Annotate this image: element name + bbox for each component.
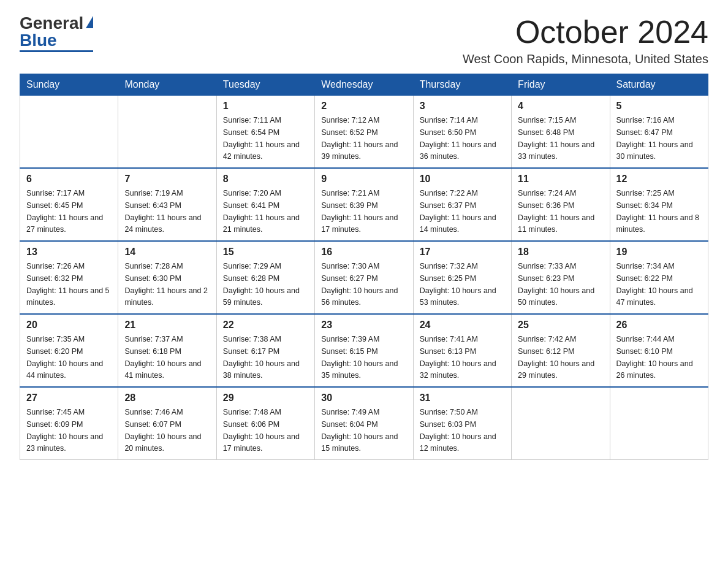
day-info: Sunrise: 7:32 AMSunset: 6:25 PMDaylight:… [420, 262, 496, 307]
day-info: Sunrise: 7:45 AMSunset: 6:09 PMDaylight:… [26, 408, 103, 453]
day-number: 1 [223, 101, 308, 112]
day-info: Sunrise: 7:37 AMSunset: 6:18 PMDaylight:… [124, 335, 201, 380]
day-number: 22 [223, 320, 308, 331]
table-row: 31 Sunrise: 7:50 AMSunset: 6:03 PMDaylig… [413, 387, 511, 460]
day-info: Sunrise: 7:44 AMSunset: 6:10 PMDaylight:… [616, 335, 693, 380]
logo-blue-text: Blue [20, 32, 57, 49]
day-number: 19 [616, 247, 702, 258]
day-info: Sunrise: 7:38 AMSunset: 6:17 PMDaylight:… [223, 335, 300, 380]
day-info: Sunrise: 7:33 AMSunset: 6:23 PMDaylight:… [518, 262, 594, 307]
table-row: 11 Sunrise: 7:24 AMSunset: 6:36 PMDaylig… [512, 168, 610, 241]
day-number: 2 [321, 101, 406, 112]
day-info: Sunrise: 7:49 AMSunset: 6:04 PMDaylight:… [321, 408, 398, 453]
col-wednesday: Wednesday [315, 74, 413, 96]
location-title: West Coon Rapids, Minnesota, United Stat… [463, 52, 708, 66]
day-number: 10 [420, 174, 505, 185]
day-number: 28 [124, 393, 210, 404]
table-row: 8 Sunrise: 7:20 AMSunset: 6:41 PMDayligh… [216, 168, 314, 241]
table-row: 29 Sunrise: 7:48 AMSunset: 6:06 PMDaylig… [216, 387, 314, 460]
logo-underline [20, 50, 93, 52]
table-row: 25 Sunrise: 7:42 AMSunset: 6:12 PMDaylig… [512, 314, 610, 387]
day-number: 9 [321, 174, 406, 185]
table-row: 19 Sunrise: 7:34 AMSunset: 6:22 PMDaylig… [610, 241, 708, 314]
day-info: Sunrise: 7:39 AMSunset: 6:15 PMDaylight:… [321, 335, 398, 380]
day-number: 4 [518, 101, 603, 112]
col-sunday: Sunday [20, 74, 118, 96]
day-info: Sunrise: 7:41 AMSunset: 6:13 PMDaylight:… [420, 335, 496, 380]
day-info: Sunrise: 7:17 AMSunset: 6:45 PMDaylight:… [26, 189, 103, 234]
day-info: Sunrise: 7:34 AMSunset: 6:22 PMDaylight:… [616, 262, 693, 307]
day-info: Sunrise: 7:24 AMSunset: 6:36 PMDaylight:… [518, 189, 594, 234]
day-number: 29 [223, 393, 308, 404]
col-monday: Monday [118, 74, 216, 96]
day-number: 20 [26, 320, 112, 331]
table-row [512, 387, 610, 460]
day-info: Sunrise: 7:29 AMSunset: 6:28 PMDaylight:… [223, 262, 300, 307]
logo-general-text: General [20, 15, 83, 32]
table-row: 16 Sunrise: 7:30 AMSunset: 6:27 PMDaylig… [315, 241, 413, 314]
day-number: 7 [124, 174, 210, 185]
calendar-row: 27 Sunrise: 7:45 AMSunset: 6:09 PMDaylig… [20, 387, 708, 460]
col-saturday: Saturday [610, 74, 708, 96]
table-row: 6 Sunrise: 7:17 AMSunset: 6:45 PMDayligh… [20, 168, 118, 241]
day-number: 27 [26, 393, 112, 404]
table-row: 17 Sunrise: 7:32 AMSunset: 6:25 PMDaylig… [413, 241, 511, 314]
day-number: 26 [616, 320, 702, 331]
day-info: Sunrise: 7:25 AMSunset: 6:34 PMDaylight:… [616, 189, 700, 234]
day-info: Sunrise: 7:16 AMSunset: 6:47 PMDaylight:… [616, 116, 693, 161]
table-row: 2 Sunrise: 7:12 AMSunset: 6:52 PMDayligh… [315, 96, 413, 169]
day-number: 17 [420, 247, 505, 258]
table-row: 4 Sunrise: 7:15 AMSunset: 6:48 PMDayligh… [512, 96, 610, 169]
table-row: 27 Sunrise: 7:45 AMSunset: 6:09 PMDaylig… [20, 387, 118, 460]
day-info: Sunrise: 7:42 AMSunset: 6:12 PMDaylight:… [518, 335, 594, 380]
table-row: 1 Sunrise: 7:11 AMSunset: 6:54 PMDayligh… [216, 96, 314, 169]
col-friday: Friday [512, 74, 610, 96]
day-number: 6 [26, 174, 112, 185]
table-row [118, 96, 216, 169]
day-number: 13 [26, 247, 112, 258]
month-title: October 2024 [463, 15, 708, 50]
table-row: 3 Sunrise: 7:14 AMSunset: 6:50 PMDayligh… [413, 96, 511, 169]
page-header: General Blue October 2024 West Coon Rapi… [20, 15, 708, 66]
day-number: 8 [223, 174, 308, 185]
day-number: 5 [616, 101, 702, 112]
day-info: Sunrise: 7:20 AMSunset: 6:41 PMDaylight:… [223, 189, 300, 234]
day-info: Sunrise: 7:46 AMSunset: 6:07 PMDaylight:… [124, 408, 201, 453]
day-info: Sunrise: 7:26 AMSunset: 6:32 PMDaylight:… [26, 262, 110, 307]
day-info: Sunrise: 7:30 AMSunset: 6:27 PMDaylight:… [321, 262, 398, 307]
logo-triangle-icon [86, 16, 93, 28]
logo: General Blue [20, 15, 93, 52]
day-number: 15 [223, 247, 308, 258]
table-row: 30 Sunrise: 7:49 AMSunset: 6:04 PMDaylig… [315, 387, 413, 460]
calendar-row: 1 Sunrise: 7:11 AMSunset: 6:54 PMDayligh… [20, 96, 708, 169]
table-row: 5 Sunrise: 7:16 AMSunset: 6:47 PMDayligh… [610, 96, 708, 169]
table-row: 21 Sunrise: 7:37 AMSunset: 6:18 PMDaylig… [118, 314, 216, 387]
day-number: 16 [321, 247, 406, 258]
day-number: 12 [616, 174, 702, 185]
day-info: Sunrise: 7:50 AMSunset: 6:03 PMDaylight:… [420, 408, 496, 453]
day-number: 14 [124, 247, 210, 258]
table-row: 22 Sunrise: 7:38 AMSunset: 6:17 PMDaylig… [216, 314, 314, 387]
table-row [20, 96, 118, 169]
day-info: Sunrise: 7:28 AMSunset: 6:30 PMDaylight:… [124, 262, 208, 307]
day-info: Sunrise: 7:15 AMSunset: 6:48 PMDaylight:… [518, 116, 594, 161]
table-row [610, 387, 708, 460]
table-row: 28 Sunrise: 7:46 AMSunset: 6:07 PMDaylig… [118, 387, 216, 460]
table-row: 10 Sunrise: 7:22 AMSunset: 6:37 PMDaylig… [413, 168, 511, 241]
table-row: 7 Sunrise: 7:19 AMSunset: 6:43 PMDayligh… [118, 168, 216, 241]
day-info: Sunrise: 7:21 AMSunset: 6:39 PMDaylight:… [321, 189, 398, 234]
day-number: 23 [321, 320, 406, 331]
day-number: 31 [420, 393, 505, 404]
title-area: October 2024 West Coon Rapids, Minnesota… [463, 15, 708, 66]
table-row: 9 Sunrise: 7:21 AMSunset: 6:39 PMDayligh… [315, 168, 413, 241]
table-row: 24 Sunrise: 7:41 AMSunset: 6:13 PMDaylig… [413, 314, 511, 387]
day-number: 11 [518, 174, 603, 185]
calendar-row: 13 Sunrise: 7:26 AMSunset: 6:32 PMDaylig… [20, 241, 708, 314]
table-row: 13 Sunrise: 7:26 AMSunset: 6:32 PMDaylig… [20, 241, 118, 314]
table-row: 20 Sunrise: 7:35 AMSunset: 6:20 PMDaylig… [20, 314, 118, 387]
day-info: Sunrise: 7:48 AMSunset: 6:06 PMDaylight:… [223, 408, 300, 453]
calendar-row: 20 Sunrise: 7:35 AMSunset: 6:20 PMDaylig… [20, 314, 708, 387]
table-row: 18 Sunrise: 7:33 AMSunset: 6:23 PMDaylig… [512, 241, 610, 314]
table-row: 26 Sunrise: 7:44 AMSunset: 6:10 PMDaylig… [610, 314, 708, 387]
day-number: 30 [321, 393, 406, 404]
